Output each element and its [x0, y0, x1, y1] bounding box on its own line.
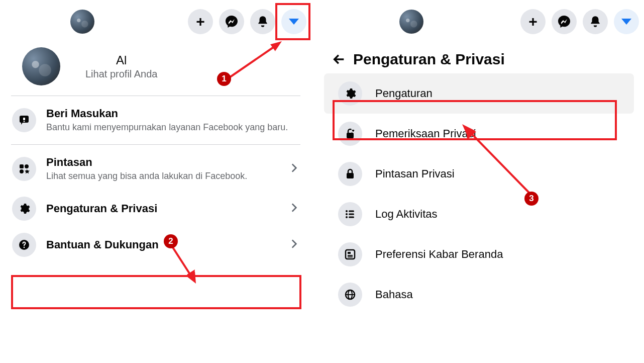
svg-rect-18 [346, 250, 355, 259]
lock-icon [338, 162, 362, 186]
notifications-button[interactable] [583, 9, 608, 34]
topbar-right [314, 0, 644, 40]
profile-subtitle: Lihat profil Anda [85, 68, 157, 80]
svg-rect-19 [348, 252, 351, 254]
divider [11, 144, 300, 145]
messenger-icon [225, 15, 239, 29]
account-menu-button[interactable] [281, 9, 306, 34]
profile-name: Al [85, 53, 157, 67]
settings-label: Pengaturan [375, 87, 623, 100]
svg-rect-15 [349, 214, 354, 215]
annotation-arrow-3 [457, 121, 538, 201]
feedback-subtitle: Bantu kami menyempurnakan layanan Facebo… [46, 121, 300, 133]
gear-icon [338, 81, 362, 106]
bell-icon [256, 15, 269, 28]
caret-down-icon [621, 19, 631, 25]
help-support-row[interactable]: Bantuan & Dukungan [0, 227, 311, 263]
shortcuts-icon [12, 157, 36, 181]
chevron-right-icon [287, 201, 300, 216]
arrow-left-icon [332, 52, 346, 66]
back-button[interactable] [330, 50, 348, 68]
svg-rect-21 [348, 256, 353, 257]
messenger-button[interactable] [219, 9, 244, 34]
topbar-left [0, 0, 311, 40]
svg-rect-11 [347, 173, 354, 178]
language-label: Bahasa [375, 288, 633, 301]
shortcuts-title: Pintasan [46, 156, 287, 169]
account-menu-button[interactable] [614, 9, 639, 34]
caret-down-icon [289, 19, 299, 25]
svg-rect-17 [349, 217, 354, 218]
news-feed-row[interactable]: Preferensi Kabar Beranda [314, 234, 644, 275]
create-button[interactable] [188, 9, 213, 34]
list-icon [338, 202, 362, 226]
svg-rect-13 [349, 211, 354, 212]
divider [11, 96, 300, 96]
plus-icon [528, 13, 538, 30]
annotation-arrow-1 [223, 35, 293, 85]
messenger-button[interactable] [552, 9, 577, 34]
notifications-button[interactable] [250, 9, 275, 34]
step-badge-2: 2 [164, 234, 178, 248]
lock-heart-icon [338, 122, 362, 146]
step-badge-1: 1 [217, 72, 231, 86]
submenu-header: Pengaturan & Privasi [314, 40, 644, 73]
create-button[interactable] [520, 9, 546, 34]
svg-point-12 [346, 210, 348, 212]
avatar [22, 47, 60, 85]
step-badge-3: 3 [524, 192, 539, 206]
svg-line-31 [466, 128, 530, 194]
language-row[interactable]: Bahasa [314, 275, 644, 315]
settings-privacy-title: Pengaturan & Privasi [46, 202, 287, 215]
svg-rect-9 [347, 133, 354, 138]
svg-rect-1 [23, 118, 25, 120]
feedback-title: Beri Masukan [46, 107, 300, 120]
avatar-small[interactable] [70, 10, 94, 34]
gear-icon [12, 197, 36, 221]
submenu-title: Pengaturan & Privasi [353, 51, 505, 68]
plus-icon [196, 13, 205, 30]
messenger-icon [557, 15, 571, 29]
activity-log-label: Log Aktivitas [375, 208, 633, 221]
svg-rect-2 [24, 121, 25, 122]
svg-line-25 [227, 44, 278, 79]
news-feed-icon [338, 242, 362, 266]
svg-point-4 [25, 164, 29, 168]
svg-point-16 [346, 216, 348, 218]
help-icon [12, 233, 36, 257]
svg-point-14 [346, 213, 348, 215]
svg-rect-20 [348, 255, 353, 256]
chevron-right-icon [287, 237, 300, 252]
settings-row[interactable]: Pengaturan [324, 73, 634, 114]
chevron-right-icon [287, 161, 300, 176]
news-feed-label: Preferensi Kabar Beranda [375, 248, 633, 261]
shortcuts-row[interactable]: Pintasan Lihat semua yang bisa anda laku… [0, 148, 311, 190]
svg-point-7 [24, 246, 25, 248]
svg-point-5 [20, 169, 24, 173]
avatar-small[interactable] [399, 10, 423, 34]
globe-icon [338, 283, 362, 307]
feedback-row[interactable]: Beri Masukan Bantu kami menyempurnakan l… [0, 99, 311, 141]
bell-icon [589, 15, 602, 28]
svg-rect-3 [20, 164, 24, 168]
shortcuts-subtitle: Lihat semua yang bisa anda lakukan di Fa… [46, 170, 287, 182]
settings-privacy-row[interactable]: Pengaturan & Privasi [0, 191, 311, 227]
feedback-icon [12, 108, 36, 132]
